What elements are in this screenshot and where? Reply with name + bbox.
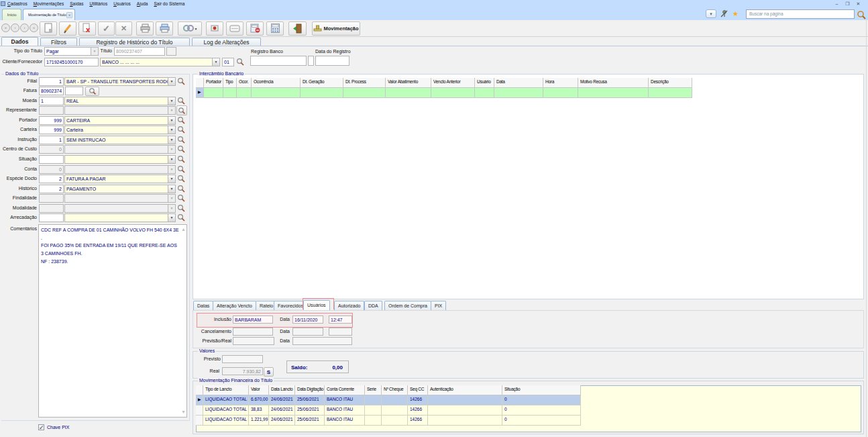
- nav-first-icon[interactable]: «: [1, 23, 10, 32]
- field-num-carteira[interactable]: 999: [39, 126, 64, 134]
- field-num-instru-o[interactable]: 1: [39, 136, 64, 144]
- menu-item-usu-rios[interactable]: Usuários: [113, 0, 131, 6]
- field-combo-moeda[interactable]: REAL▼: [64, 97, 176, 105]
- scroll-up-icon[interactable]: ▲: [181, 226, 186, 234]
- registro-banco-extra-field[interactable]: [308, 56, 314, 66]
- field-combo-situa-o[interactable]: ▼: [64, 155, 176, 164]
- field-combo-filial[interactable]: BAR - SP - TRANSLUTE TRANSPORTES RODOV▼: [64, 77, 176, 86]
- chevron-down-icon[interactable]: ▼: [706, 9, 716, 18]
- combo-arrow-instru-o[interactable]: ▼: [168, 136, 175, 144]
- pin-icon[interactable]: [720, 9, 728, 18]
- field-num-fatura[interactable]: 80902374: [39, 87, 64, 95]
- cliente-fornecedor-field[interactable]: 17192451000170: [44, 58, 99, 66]
- magnifier-icon-moeda[interactable]: [177, 97, 186, 105]
- confirm-button[interactable]: ✓: [98, 21, 115, 36]
- search-input[interactable]: Buscar na página: [746, 9, 855, 19]
- tab-dda[interactable]: DDA: [364, 301, 382, 310]
- mov-row-selector[interactable]: [196, 405, 203, 416]
- field-num-esp-cie-docto[interactable]: 2: [39, 175, 64, 183]
- print-button[interactable]: [136, 21, 154, 36]
- field-combo-instru-o[interactable]: SEM INSTRUCAO▼: [64, 136, 176, 144]
- tab-autorizado[interactable]: Autorizado: [334, 301, 364, 310]
- menu-item-sa-das[interactable]: Saídas: [70, 0, 83, 6]
- magnifier-button-fatura[interactable]: [85, 87, 99, 96]
- magnifier-icon-hist-rico[interactable]: [177, 185, 186, 193]
- magnifier-icon-findalidade[interactable]: [177, 194, 186, 203]
- print-doc-button[interactable]: [206, 21, 223, 36]
- menu-item-ajuda[interactable]: Ajuda: [137, 0, 148, 6]
- menu-item-movimenta-es[interactable]: Movimentações: [34, 0, 64, 6]
- exit-button[interactable]: [288, 21, 307, 36]
- mov-row-selector-active[interactable]: ▶: [196, 395, 203, 405]
- field-num-situa-o[interactable]: [39, 155, 64, 164]
- cancelamento-field[interactable]: [233, 328, 273, 336]
- calculator-button[interactable]: [266, 21, 284, 36]
- magnifier-icon-esp-cie-docto[interactable]: [177, 175, 186, 183]
- edit-button[interactable]: [59, 21, 76, 36]
- print-preview-button[interactable]: [156, 21, 173, 36]
- combo-arrow-filial[interactable]: ▼: [168, 78, 175, 85]
- field-num-arrecada-o[interactable]: [39, 213, 64, 222]
- data-registro-field[interactable]: [315, 56, 349, 66]
- mov-row-selector[interactable]: [196, 416, 203, 426]
- nav-next-icon[interactable]: ›: [20, 23, 29, 32]
- agencia-field[interactable]: 01: [222, 58, 234, 66]
- magnifier-icon-portador[interactable]: [177, 116, 186, 125]
- combo-arrow-portador[interactable]: ▼: [168, 117, 175, 124]
- nav-prev-icon[interactable]: ‹: [11, 23, 19, 32]
- field-num-portador[interactable]: 999: [39, 116, 64, 125]
- star-icon[interactable]: ★: [733, 9, 741, 18]
- calc-minus-button[interactable]: [246, 21, 264, 36]
- comments-textarea[interactable]: CDC REF A COMPRA DE 01 CAMINHÃO VOLVO FH…: [38, 224, 187, 418]
- tab-registro-de-hist-rico-do-t-tulo[interactable]: Registro de Histórico do Título: [79, 38, 190, 46]
- scroll-down-icon[interactable]: ▼: [181, 408, 186, 416]
- magnifier-icon-modalidade[interactable]: [177, 204, 186, 213]
- nav-last-icon[interactable]: »: [30, 23, 38, 32]
- combo-arrow-hist-rico[interactable]: ▼: [168, 185, 175, 193]
- tab-altera-o-vencto[interactable]: Alteração Vencto: [213, 301, 256, 310]
- search-icon[interactable]: [857, 10, 866, 20]
- nav-tab-inicio[interactable]: Início: [2, 9, 21, 20]
- combo-arrow-situa-o[interactable]: ▼: [168, 156, 175, 163]
- tab-datas[interactable]: Datas: [193, 301, 213, 310]
- delete-button[interactable]: x: [78, 21, 96, 36]
- cancel-button[interactable]: ✕: [115, 21, 132, 36]
- tab-pix[interactable]: PIX: [431, 301, 446, 310]
- previsao-real-field[interactable]: [233, 337, 274, 345]
- chave-pix-checkbox[interactable]: ✓: [38, 424, 44, 430]
- field-combo-arrecada-o[interactable]: ▼: [64, 213, 176, 222]
- magnifier-button-representante[interactable]: [176, 105, 187, 115]
- banco-select[interactable]: BANCO ... ... ... ...▼: [100, 58, 220, 66]
- registro-banco-field[interactable]: [250, 56, 307, 66]
- previsto-field[interactable]: [222, 355, 263, 363]
- field-extra-fatura[interactable]: [65, 87, 83, 95]
- magnifier-icon-arrecada-o[interactable]: [177, 213, 186, 222]
- new-record-button[interactable]: [40, 21, 57, 36]
- menu-item-utilit-rios[interactable]: Utilitários: [89, 0, 107, 6]
- combo-arrow-moeda[interactable]: ▼: [168, 97, 175, 105]
- tab-ordem-de-compra[interactable]: Ordem de Compra: [384, 301, 431, 310]
- field-combo-esp-cie-docto[interactable]: FATURA A PAGAR▼: [64, 175, 176, 183]
- field-combo-portador[interactable]: CARTEIRA▼: [64, 116, 176, 125]
- tab-close-icon[interactable]: ✕: [66, 12, 72, 18]
- tab-log-de-altera-es[interactable]: Log de Alterações: [192, 38, 261, 46]
- tab-filtros[interactable]: Filtros: [40, 38, 77, 46]
- menu-item-cadastros[interactable]: Cadastros: [7, 0, 28, 6]
- field-num-filial[interactable]: 1: [39, 77, 64, 86]
- magnifier-icon-instru-o[interactable]: [177, 136, 186, 144]
- cliente-magnifier-icon[interactable]: [236, 58, 245, 66]
- field-combo-carteira[interactable]: Carteira▼: [64, 126, 176, 134]
- combo-arrow-arrecada-o[interactable]: ▼: [168, 214, 175, 222]
- magnifier-icon-conta[interactable]: [177, 165, 186, 174]
- movimentacao-button[interactable]: Movimentação: [312, 21, 360, 36]
- field-num-hist-rico[interactable]: 2: [39, 185, 64, 193]
- magnifier-icon-situa-o[interactable]: [177, 155, 186, 164]
- card-button[interactable]: [226, 21, 243, 36]
- previsao-date-field[interactable]: [292, 337, 352, 345]
- minimize-button[interactable]: –: [832, 1, 841, 7]
- close-button[interactable]: ✕: [854, 1, 863, 7]
- cancelamento-date-field[interactable]: [292, 328, 323, 336]
- magnifier-icon-carteira[interactable]: [177, 126, 186, 134]
- field-num-moeda[interactable]: 1: [39, 97, 64, 105]
- banco-dropdown-icon[interactable]: ▼: [212, 58, 219, 66]
